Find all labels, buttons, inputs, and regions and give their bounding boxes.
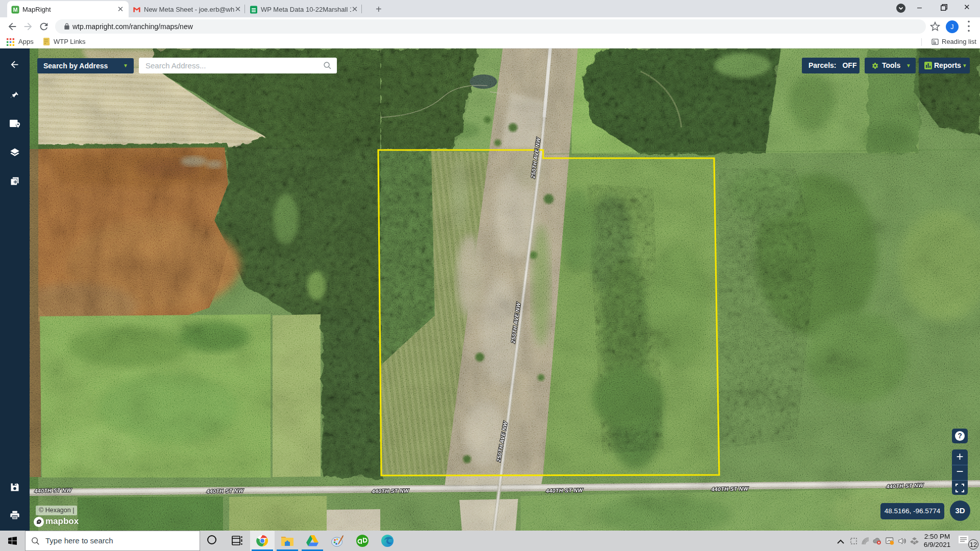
svg-text:440TH ST NW: 440TH ST NW — [546, 487, 584, 493]
svg-text:440TH ST NW: 440TH ST NW — [372, 487, 410, 494]
svg-text:440TH ST NW: 440TH ST NW — [711, 485, 749, 492]
svg-text:M: M — [13, 7, 17, 13]
svg-text:440TH ST NW: 440TH ST NW — [206, 487, 244, 494]
svg-text:440TH ST NW: 440TH ST NW — [34, 487, 72, 493]
